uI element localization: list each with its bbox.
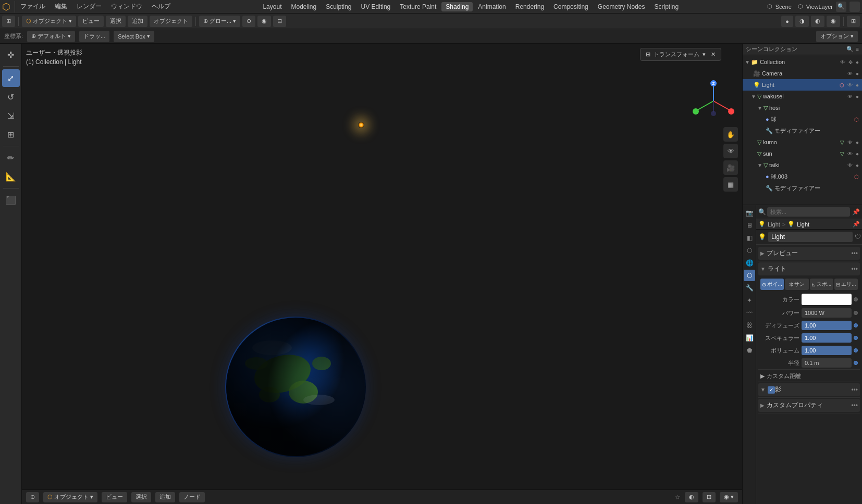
volume-slider[interactable]: 1.00 <box>802 346 852 355</box>
viewport-overlay-toggle[interactable]: ⊞ <box>703 492 716 502</box>
light-type-area[interactable]: ⊟ エリ... <box>834 279 858 290</box>
light-menu-icon[interactable]: ••• <box>851 266 858 273</box>
volume-keyframe-dot[interactable] <box>854 348 858 352</box>
shadow-menu-icon[interactable]: ••• <box>851 386 858 394</box>
workspace-geometry-nodes[interactable]: Geometry Nodes <box>594 2 649 11</box>
workspace-compositing[interactable]: Compositing <box>549 2 593 11</box>
props-pin-icon[interactable]: 📌 <box>852 208 860 216</box>
add-menu-btn[interactable]: 追加 <box>128 16 147 27</box>
viewport-node-btn[interactable]: ノード <box>179 492 205 502</box>
collection-render-btn[interactable]: ● <box>855 59 860 65</box>
props-tab-physics[interactable]: 〰 <box>744 307 755 319</box>
workspace-uv-editing[interactable]: UV Editing <box>357 2 395 11</box>
props-tab-view-layer[interactable]: ◧ <box>744 232 755 244</box>
shadow-section-header[interactable]: ▼ ✓ 影 ••• <box>758 383 860 396</box>
props-tab-modifier[interactable]: 🔧 <box>744 282 755 294</box>
workspace-modeling[interactable]: Modeling <box>287 2 321 11</box>
power-input[interactable]: 1000 W <box>802 308 852 318</box>
props-tab-constraints[interactable]: ⛓ <box>744 320 755 331</box>
breadcrumb-light1[interactable]: Light <box>768 221 780 228</box>
outliner-item-wakusei[interactable]: ▼ ▽ wakusei 👁 ● <box>743 91 862 102</box>
menu-help[interactable]: ヘルプ <box>147 1 175 12</box>
props-tab-output[interactable]: 🖥 <box>744 220 755 231</box>
viewport[interactable]: ユーザー・透視投影 (1) Collection | Light ⊞ トランスフ… <box>22 44 742 504</box>
props-search-input[interactable] <box>767 207 850 217</box>
taiki-render-btn[interactable]: ● <box>855 162 860 168</box>
breadcrumb-light2[interactable]: Light <box>797 221 809 228</box>
object-menu-btn[interactable]: オブジェクト <box>150 16 192 27</box>
wakusei-eye-btn[interactable]: 👁 <box>846 94 854 99</box>
workspace-shading[interactable]: Shading <box>441 2 473 11</box>
overlay-btn[interactable]: ◉ <box>257 16 271 27</box>
outliner-item-modifier2[interactable]: 🔧 モディファイアー <box>743 182 862 194</box>
option-btn[interactable]: オプション ▾ <box>816 31 858 42</box>
radius-keyframe-dot[interactable] <box>854 361 858 365</box>
viewport-mode-btn[interactable]: ⬡ オブジェクト ▾ <box>43 492 97 502</box>
viewport-render-mode[interactable]: ◉ ▾ <box>720 492 738 502</box>
filter-button[interactable] <box>849 2 860 12</box>
proportional-btn[interactable]: ⊙ <box>242 16 255 27</box>
xray-btn[interactable]: ⊟ <box>273 16 286 27</box>
outliner-item-hosi[interactable]: ▼ ▽ hosi <box>743 102 862 114</box>
viewport-shading-solid[interactable]: ● <box>781 16 793 27</box>
camera-eye-btn[interactable]: 👁 <box>846 71 854 77</box>
workspace-layout[interactable]: Layout <box>258 2 286 11</box>
color-keyframe-dot[interactable] <box>854 297 858 301</box>
snap-toggle[interactable]: ⊕ グロー... ▾ <box>199 16 240 27</box>
radius-input[interactable]: 0.1 m <box>802 358 852 368</box>
camera-view-btn[interactable]: 🎥 <box>723 160 738 175</box>
workspace-scripting[interactable]: Scripting <box>650 2 683 11</box>
transform-widget-close-icon[interactable]: ✕ <box>711 51 716 58</box>
outliner-item-sun[interactable]: ▽ sun ▽ 👁 ● <box>743 148 862 159</box>
select-box-dropdown[interactable]: Select Box ▾ <box>114 31 154 42</box>
custom-distance-header[interactable]: ▶ カスタム距離 <box>758 371 860 382</box>
taiki-eye-btn[interactable]: 👁 <box>846 162 854 168</box>
grid-view-btn[interactable]: ▦ <box>723 177 738 192</box>
menu-window[interactable]: ウィンドウ <box>107 1 146 12</box>
annotate-tool-btn[interactable]: ✏ <box>2 149 20 167</box>
camera-render-btn[interactable]: ● <box>855 71 860 77</box>
scale-tool-btn[interactable]: ⇲ <box>2 107 20 124</box>
select-menu-btn[interactable]: 選択 <box>106 16 126 27</box>
kumo-eye-btn[interactable]: 👁 <box>846 140 854 145</box>
outliner-filter-icon[interactable]: 🔍 <box>846 46 854 53</box>
props-tab-material[interactable]: ⬟ <box>744 345 755 356</box>
outliner-item-taiki[interactable]: ▼ ▽ taiki 👁 ● <box>743 159 862 171</box>
custom-props-menu-icon[interactable]: ••• <box>851 402 858 409</box>
props-tab-render[interactable]: 📷 <box>744 207 755 219</box>
diffuse-slider[interactable]: 1.00 <box>802 321 852 330</box>
outliner-item-kyu003[interactable]: ● 球.003 ⬡ <box>743 171 862 182</box>
measure-tool-btn[interactable]: 📐 <box>2 168 20 185</box>
move-tool-btn[interactable]: ⤢ <box>2 69 20 87</box>
props-tab-scene[interactable]: ⬡ <box>744 245 755 256</box>
editor-type-button[interactable]: ⊞ <box>2 16 15 27</box>
light-type-sun[interactable]: ✼ サン <box>785 279 808 290</box>
viewport-view-btn[interactable]: ビュー <box>102 492 127 502</box>
search-button[interactable]: 🔍 <box>836 2 846 12</box>
sun-eye-btn[interactable]: 👁 <box>846 151 854 157</box>
diffuse-keyframe-dot[interactable] <box>854 323 858 327</box>
specular-slider[interactable]: 1.00 <box>802 333 852 343</box>
viewport-select-btn[interactable]: 選択 <box>131 492 151 502</box>
grab-viewport-btn[interactable]: ✋ <box>723 127 738 142</box>
outliner-menu-icon[interactable]: ≡ <box>856 46 859 53</box>
collection-cursor-btn[interactable]: ✥ <box>847 59 854 65</box>
viewport-shading-btn[interactable]: ◐ <box>685 492 698 502</box>
specular-keyframe-dot[interactable] <box>854 336 858 340</box>
viewport-shading-rendered[interactable]: ◐ <box>811 16 824 27</box>
collection-eye-btn[interactable]: 👁 <box>839 59 846 65</box>
outliner-item-kyu[interactable]: ● 球 ⬡ <box>743 114 862 125</box>
light-eye-btn[interactable]: 👁 <box>846 82 854 88</box>
outliner-item-kumo[interactable]: ▽ kumo ▽ 👁 ● <box>743 136 862 148</box>
color-picker[interactable] <box>802 294 852 305</box>
wakusei-render-btn[interactable]: ● <box>855 94 860 99</box>
props-tab-particles[interactable]: ✦ <box>744 295 755 306</box>
menu-edit[interactable]: 編集 <box>51 1 71 12</box>
transform-space-btn[interactable]: ⊕ デフォルト ▾ <box>27 31 75 42</box>
props-tab-data[interactable]: 📊 <box>744 332 755 344</box>
mode-dropdown[interactable]: ⬡ オブジェクト ▾ <box>22 16 76 27</box>
outliner-item-camera[interactable]: 🎥 Camera 👁 ● <box>743 68 862 79</box>
viewport-add-btn[interactable]: 追加 <box>155 492 175 502</box>
light-type-point[interactable]: ⊙ ポイ... <box>760 279 784 290</box>
props-tab-object[interactable]: ⬡ <box>744 270 755 281</box>
